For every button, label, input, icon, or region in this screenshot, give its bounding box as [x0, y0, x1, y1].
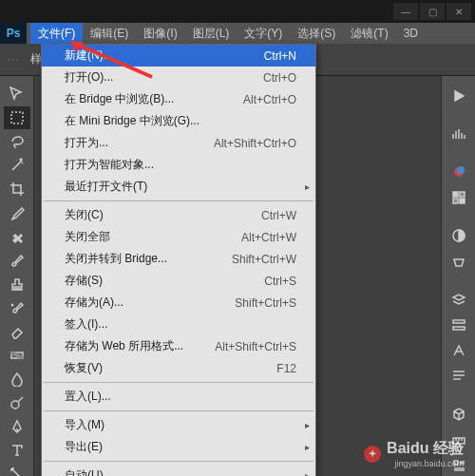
- menu-item[interactable]: 关闭并转到 Bridge...Shift+Ctrl+W: [42, 248, 315, 270]
- menu-item-label: 自动(U): [65, 467, 104, 476]
- menu-item[interactable]: 存储为 Web 所用格式...Alt+Shift+Ctrl+S: [42, 335, 315, 357]
- move-tool[interactable]: [4, 83, 30, 105]
- menu-item[interactable]: 存储为(A)...Shift+Ctrl+S: [42, 292, 315, 314]
- menu-item-label: 打开为...: [65, 135, 108, 151]
- svg-rect-8: [460, 199, 465, 203]
- blur-tool[interactable]: [4, 368, 30, 390]
- marquee-tool[interactable]: [4, 106, 30, 129]
- gradient-tool[interactable]: [4, 344, 30, 367]
- options-sep: ⋯: [8, 53, 19, 67]
- menu-item[interactable]: 打开为...Alt+Shift+Ctrl+O: [42, 132, 315, 154]
- menu-text[interactable]: 文字(Y): [237, 23, 290, 44]
- menu-item[interactable]: 导入(M): [42, 414, 315, 436]
- menu-item[interactable]: 关闭全部Alt+Ctrl+W: [42, 226, 315, 248]
- ps-logo-icon: Ps: [0, 23, 27, 44]
- menu-filter[interactable]: 滤镜(T): [343, 23, 395, 44]
- menu-3d[interactable]: 3D: [396, 23, 426, 44]
- menu-item[interactable]: 导出(E): [42, 436, 315, 458]
- svg-point-4: [457, 166, 465, 174]
- menu-item-shortcut: Shift+Ctrl+S: [235, 296, 296, 310]
- watermark-text: 经验: [433, 440, 464, 456]
- menu-item[interactable]: 关闭(C)Ctrl+W: [42, 204, 315, 226]
- menu-item-label: 打开为智能对象...: [65, 157, 154, 173]
- menu-item[interactable]: 打开为智能对象...: [42, 154, 315, 176]
- 3d-panel-icon[interactable]: [446, 403, 472, 426]
- svg-rect-0: [11, 112, 23, 124]
- play-panel-icon[interactable]: [446, 85, 472, 107]
- swatches-panel-icon[interactable]: [446, 186, 472, 209]
- menu-item-label: 置入(L)...: [65, 389, 111, 405]
- menu-item-label: 导出(E): [65, 439, 103, 455]
- menu-item[interactable]: 自动(U): [42, 465, 315, 476]
- menu-item-shortcut: Alt+Ctrl+W: [241, 231, 296, 244]
- dodge-tool[interactable]: [4, 391, 30, 414]
- history-brush-tool[interactable]: [4, 296, 30, 319]
- menu-item-shortcut: Alt+Shift+Ctrl+S: [215, 340, 296, 353]
- crop-tool[interactable]: [4, 178, 30, 200]
- menu-item[interactable]: 签入(I)...: [42, 314, 315, 335]
- menu-file[interactable]: 文件(F): [30, 23, 83, 44]
- menu-item-label: 关闭并转到 Bridge...: [65, 251, 167, 267]
- menu-item-shortcut: Alt+Ctrl+O: [243, 93, 296, 106]
- menu-item-label: 关闭(C): [65, 207, 104, 223]
- menu-item[interactable]: 打开(O)...Ctrl+O: [42, 67, 315, 88]
- file-menu-dropdown: 新建(N)...Ctrl+N打开(O)...Ctrl+O在 Bridge 中浏览…: [41, 44, 316, 476]
- paw-icon: ✦: [364, 446, 381, 463]
- menu-image[interactable]: 图像(I): [136, 23, 184, 44]
- path-tool[interactable]: [4, 463, 30, 476]
- eraser-tool[interactable]: [4, 320, 30, 343]
- svg-rect-11: [453, 327, 465, 330]
- menu-bar: Ps 文件(F) 编辑(E) 图像(I) 图层(L) 文字(Y) 选择(S) 滤…: [0, 23, 475, 44]
- window-titlebar: — ▢ ✕: [0, 0, 475, 23]
- menu-item-label: 关闭全部: [65, 229, 110, 245]
- color-panel-icon[interactable]: [446, 161, 472, 183]
- styles-panel-icon[interactable]: [446, 250, 472, 273]
- channels-panel-icon[interactable]: [446, 314, 472, 336]
- svg-rect-7: [453, 199, 458, 203]
- menu-item-label: 导入(M): [65, 417, 104, 433]
- right-panels: [441, 76, 475, 476]
- type-tool[interactable]: [4, 439, 30, 462]
- maximize-button[interactable]: ▢: [420, 3, 445, 20]
- menu-select[interactable]: 选择(S): [290, 23, 343, 44]
- menu-item-shortcut: F12: [276, 362, 296, 375]
- heal-tool[interactable]: [4, 225, 30, 248]
- eyedropper-tool[interactable]: [4, 201, 30, 224]
- pen-tool[interactable]: [4, 415, 30, 438]
- lasso-tool[interactable]: [4, 130, 30, 153]
- close-button[interactable]: ✕: [446, 3, 471, 20]
- watermark: ✦ Baidu 经验 jingyan.baidu.com: [364, 439, 464, 468]
- svg-rect-10: [453, 320, 465, 323]
- menu-item[interactable]: 新建(N)...Ctrl+N: [42, 45, 315, 67]
- minimize-button[interactable]: —: [393, 3, 418, 20]
- text-panel-icon[interactable]: [446, 339, 472, 362]
- menu-item[interactable]: 置入(L)...: [42, 386, 315, 408]
- histogram-panel-icon[interactable]: [446, 123, 472, 145]
- menu-item[interactable]: 恢复(V)F12: [42, 357, 315, 379]
- toolbox: [0, 76, 34, 476]
- menu-item-label: 新建(N)...: [65, 48, 113, 64]
- menu-edit[interactable]: 编辑(E): [83, 23, 136, 44]
- menu-item-label: 签入(I)...: [65, 316, 107, 333]
- menu-item-label: 存储为 Web 所用格式...: [65, 338, 183, 354]
- menu-item-label: 存储(S): [65, 273, 103, 289]
- menu-item-label: 恢复(V): [65, 360, 103, 376]
- watermark-url: jingyan.baidu.com: [387, 459, 464, 468]
- menu-item-shortcut: Shift+Ctrl+W: [232, 253, 296, 266]
- menu-item[interactable]: 在 Bridge 中浏览(B)...Alt+Ctrl+O: [42, 88, 315, 110]
- menu-item[interactable]: 在 Mini Bridge 中浏览(G)...: [42, 110, 315, 132]
- menu-item-label: 在 Bridge 中浏览(B)...: [65, 91, 174, 107]
- menu-item-shortcut: Ctrl+N: [264, 49, 296, 63]
- wand-tool[interactable]: [4, 154, 30, 177]
- stamp-tool[interactable]: [4, 273, 30, 295]
- brush-tool[interactable]: [4, 249, 30, 272]
- menu-item-label: 在 Mini Bridge 中浏览(G)...: [65, 113, 200, 129]
- adjust-panel-icon[interactable]: [446, 224, 472, 247]
- layers-panel-icon[interactable]: [446, 288, 472, 311]
- menu-layer[interactable]: 图层(L): [185, 23, 238, 44]
- menu-item[interactable]: 最近打开文件(T): [42, 176, 315, 198]
- menu-item-label: 存储为(A)...: [65, 295, 124, 311]
- svg-point-2: [11, 401, 19, 409]
- paragraph-panel-icon[interactable]: [446, 365, 472, 388]
- menu-item[interactable]: 存储(S)Ctrl+S: [42, 270, 315, 292]
